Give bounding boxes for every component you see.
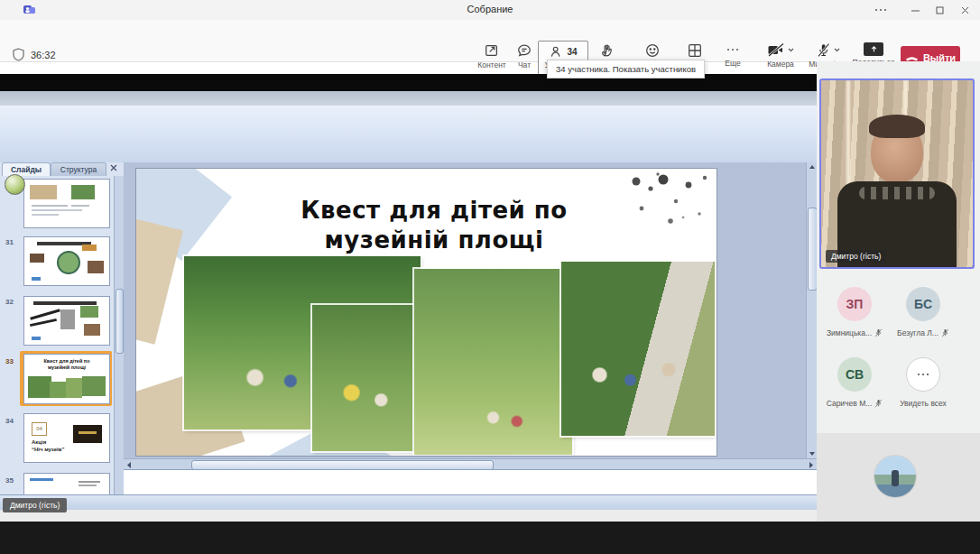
slide-editor[interactable]: Квест для дітей по музейній площі	[135, 168, 717, 457]
meeting-timer: 36:32	[31, 50, 56, 60]
thumb-art	[71, 185, 95, 199]
button-label: Контент	[477, 60, 506, 69]
participants-count-badge: 34	[567, 47, 577, 57]
thumb-number: 32	[5, 298, 20, 306]
titlebar-more-button[interactable]	[872, 4, 890, 16]
slide-title-line2: музейній площі	[325, 226, 544, 254]
chat-button[interactable]: Чат	[508, 42, 541, 69]
share-content-icon	[484, 42, 500, 59]
scroll-right-icon[interactable]	[809, 462, 814, 468]
hangup-icon	[905, 54, 919, 61]
thumb-art	[30, 319, 57, 327]
slide-title[interactable]: Квест для дітей по музейній площі	[272, 196, 596, 255]
thumb-art	[32, 209, 82, 211]
pp-statusbar: Слайд 33 из 56 "European History - Bache…	[0, 494, 817, 511]
thumb-number: 31	[5, 238, 20, 246]
mic-muted-icon	[941, 328, 949, 337]
participant-name: Безугла Л...	[897, 328, 938, 337]
thumb-art	[32, 277, 41, 281]
office-button[interactable]	[5, 174, 25, 195]
content-button[interactable]: Контент	[471, 42, 513, 69]
scroll-left-icon[interactable]	[126, 462, 132, 468]
share-bottom-strip	[0, 510, 817, 522]
button-label: Еще	[725, 59, 740, 68]
thumb-art	[32, 337, 41, 340]
participant-avatar[interactable]: ЗП	[837, 287, 872, 321]
camera-button[interactable]: Камера	[761, 42, 800, 69]
meeting-window-title: Собрание	[0, 4, 980, 14]
thumb-art	[79, 481, 100, 483]
notes-area[interactable]: Заметки к слайду	[124, 469, 817, 496]
video-name-label: Дмитро (гість)	[826, 250, 886, 263]
pane-close-icon[interactable]	[110, 164, 117, 171]
mic-off-icon	[816, 42, 831, 58]
thumb-art	[71, 205, 89, 207]
thumb-art	[79, 485, 97, 486]
thumb-art	[66, 378, 82, 398]
thumbnail-slide-32[interactable]	[23, 296, 110, 346]
self-avatar[interactable]	[874, 456, 916, 497]
pane-scrollbar-thumb[interactable]	[116, 289, 124, 354]
thumbnail-slide-31[interactable]	[23, 236, 110, 286]
thumb-number: 34	[5, 417, 20, 425]
thumb-art	[60, 309, 75, 329]
shield-icon	[13, 48, 24, 61]
slide-decor-tan	[135, 218, 183, 344]
scroll-up-icon[interactable]	[809, 164, 816, 170]
pane-scrollbar[interactable]	[114, 176, 124, 494]
windows-taskbar: T Z 2°C Cloudy УКР 10:20 08.02.2024	[0, 522, 980, 554]
participants-tooltip: 34 участника. Показать участников	[547, 60, 705, 78]
thumb-title: Квест для дітей помузейній площі	[24, 358, 109, 371]
speaker-collar	[859, 187, 935, 199]
chevron-down-icon	[834, 48, 840, 52]
slide-photo-4	[561, 262, 715, 436]
camera-label: Камера	[767, 60, 794, 69]
more-dots-icon	[727, 42, 739, 57]
thumb-title-line2: “Ніч музеїв”	[32, 447, 64, 452]
thumbnail-slide-34[interactable]: 04 Акція “Ніч музеїв”	[23, 413, 110, 463]
participant-label: Зимницька...	[820, 328, 889, 337]
participant-avatar[interactable]: СВ	[837, 357, 872, 392]
participant-label: Саричев М...	[820, 399, 889, 408]
thumb-art	[33, 301, 97, 305]
pane-tab-outline[interactable]: Структура	[51, 162, 106, 176]
thumb-art	[84, 324, 100, 336]
speaker-video-tile[interactable]: Дмитро (гість)	[819, 78, 975, 269]
thumbnail-slide-35[interactable]	[23, 473, 110, 495]
teams-titlebar: Собрание	[0, 0, 980, 21]
maximize-button[interactable]	[930, 4, 948, 16]
participant-label: Безугла Л...	[889, 328, 957, 337]
chat-icon	[516, 42, 532, 59]
more-button[interactable]: Еще	[717, 42, 749, 68]
meeting-toolbar: 36:32 Контент Чат 34 Участники Поднять р…	[0, 20, 980, 62]
see-all-button[interactable]	[906, 357, 940, 392]
thumb-art	[30, 185, 57, 199]
pane-tab-slides[interactable]: Слайды	[2, 162, 51, 176]
thumb-title-line1: Квест для дітей по	[43, 358, 89, 364]
thumbnail-slide-33[interactable]: Квест для дітей помузейній площі	[23, 354, 110, 404]
thumbnail-slide-30[interactable]	[23, 179, 110, 228]
thumb-number: 35	[5, 476, 20, 485]
thumb-art	[32, 214, 59, 216]
participant-name: Зимницька...	[827, 328, 872, 337]
participant-avatar[interactable]: БС	[906, 287, 940, 321]
thumb-number-box: 04	[32, 422, 47, 436]
slide-title-line1: Квест для дітей по	[300, 197, 567, 224]
see-all-dots-icon	[918, 367, 929, 382]
mic-muted-icon	[874, 399, 883, 408]
minimize-button[interactable]	[906, 4, 924, 16]
presenter-name-overlay: Дмитро (гість)	[3, 498, 67, 512]
thumb-art	[57, 251, 80, 274]
grid-view-icon	[687, 42, 703, 59]
scroll-down-icon[interactable]	[809, 451, 816, 457]
screen: Собрание 36:32 Контент Чат 34 Участники …	[0, 0, 980, 554]
close-button[interactable]	[956, 4, 974, 16]
thumb-art	[28, 376, 51, 398]
thumb-art	[82, 376, 106, 396]
thumb-number: 33	[5, 357, 20, 365]
smiley-icon	[644, 42, 661, 59]
thumb-art	[88, 261, 104, 273]
camera-off-icon	[767, 42, 785, 58]
button-label: Чат	[518, 60, 531, 69]
participants-icon	[549, 44, 564, 60]
